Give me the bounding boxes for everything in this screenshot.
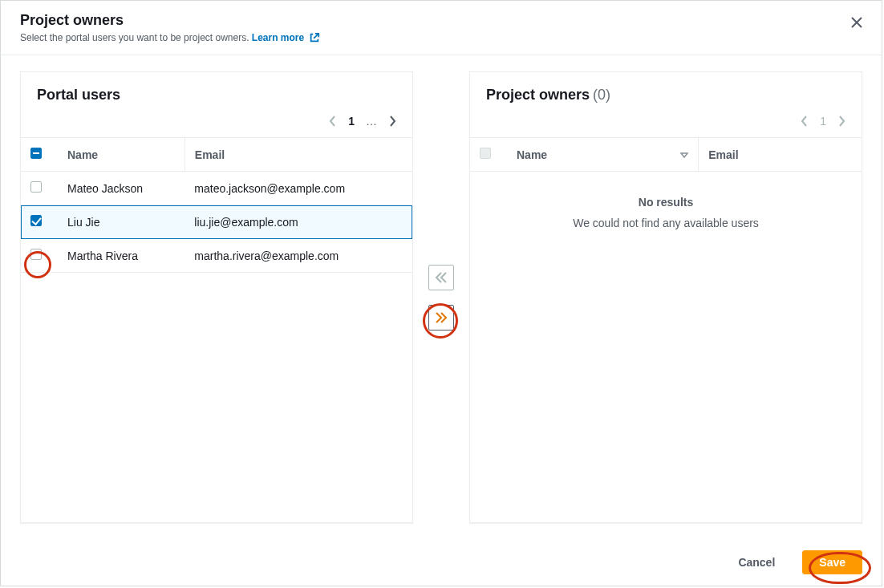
project-owners-panel: Project owners (0) 1 Name (469, 71, 862, 523)
cell-name: Martha Rivera (58, 239, 185, 273)
project-owners-table: Name Email (470, 137, 862, 172)
row-checkbox[interactable] (30, 215, 42, 226)
cell-email: martha.rivera@example.com (185, 239, 412, 273)
modal-footer: Cancel Save (1, 539, 882, 586)
row-checkbox[interactable] (30, 181, 42, 193)
move-right-button[interactable] (428, 305, 454, 330)
select-all-checkbox (480, 148, 491, 159)
col-email[interactable]: Email (699, 138, 862, 172)
project-owners-modal: Project owners Select the portal users y… (0, 0, 882, 586)
col-name[interactable]: Name (58, 138, 185, 172)
empty-state: No results We could not find any availab… (470, 172, 862, 253)
transfer-buttons (413, 71, 469, 523)
select-all-checkbox[interactable] (30, 148, 42, 159)
page-number: 1 (820, 115, 826, 128)
portal-users-panel: Portal users 1 … Name Email (20, 71, 413, 523)
external-link-icon (309, 32, 320, 43)
col-email[interactable]: Email (185, 138, 412, 172)
project-owners-count: (0) (593, 87, 610, 103)
learn-more-link[interactable]: Learn more (252, 32, 320, 43)
modal-subtitle: Select the portal users you want to be p… (20, 32, 862, 43)
project-owners-title: Project owners (486, 87, 590, 103)
table-row[interactable]: Mateo Jacksonmateo.jackson@example.com (21, 172, 412, 205)
modal-header: Project owners Select the portal users y… (1, 1, 882, 55)
table-row[interactable]: Liu Jieliu.jie@example.com (21, 205, 412, 239)
modal-title: Project owners (20, 12, 862, 29)
cell-name: Liu Jie (58, 205, 185, 239)
page-next-icon[interactable] (388, 116, 396, 127)
cell-email: mateo.jackson@example.com (185, 172, 412, 205)
cell-name: Mateo Jackson (58, 172, 185, 205)
page-prev-icon[interactable] (801, 116, 809, 127)
save-button[interactable]: Save (802, 550, 862, 574)
page-prev-icon[interactable] (329, 116, 337, 127)
sort-icon[interactable] (680, 148, 688, 161)
move-left-button[interactable] (428, 265, 454, 290)
col-name[interactable]: Name (507, 138, 699, 172)
portal-users-title: Portal users (37, 87, 120, 103)
row-checkbox[interactable] (30, 249, 42, 260)
page-next-icon[interactable] (837, 116, 845, 127)
cell-email: liu.jie@example.com (185, 205, 412, 239)
page-number[interactable]: 1 (348, 115, 355, 128)
portal-users-table: Name Email Mateo Jacksonmateo.jackson@ex… (21, 137, 412, 273)
table-row[interactable]: Martha Riveramartha.rivera@example.com (21, 239, 412, 273)
page-ellipsis: … (366, 115, 377, 128)
portal-users-paginator: 1 … (21, 108, 412, 137)
close-icon[interactable] (851, 15, 862, 32)
cancel-button[interactable]: Cancel (722, 551, 791, 574)
empty-text: We could not find any available users (486, 217, 845, 229)
empty-title: No results (486, 196, 845, 209)
project-owners-paginator: 1 (470, 108, 862, 137)
